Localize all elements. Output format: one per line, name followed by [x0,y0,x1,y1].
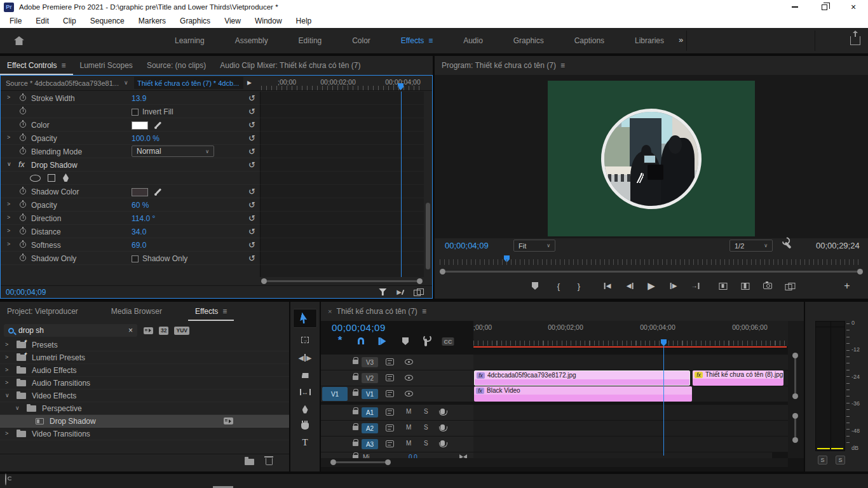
track-lane-v2[interactable]: fx4dcbcada05f9caa793e8172.jpg fxThiết kế… [473,370,788,386]
tree-row-lumetri-presets[interactable]: > ★ Lumetri Presets [0,351,289,364]
collapse-icon[interactable]: ∨ [15,405,20,411]
type-tool[interactable]: T [290,434,320,451]
go-to-out-button[interactable]: → [691,276,700,296]
scrollbar-handle[interactable] [792,437,798,443]
stopwatch-icon[interactable] [20,201,26,208]
workspace-tab-libraries[interactable]: Libraries [635,36,664,45]
panel-menu-icon[interactable]: ≡ [560,61,565,70]
stopwatch-icon[interactable] [20,241,26,248]
fill-color-swatch[interactable] [132,121,148,130]
menu-view[interactable]: View [217,17,248,25]
eyedropper-icon[interactable] [154,187,163,196]
workspace-tab-graphics[interactable]: Graphics [513,36,544,45]
captions-icon[interactable]: CC [442,337,454,346]
tree-row-video-effects[interactable]: ∨ Video Effects [0,390,289,402]
selection-tool[interactable] [290,310,320,327]
expander-icon[interactable]: > [5,367,8,373]
reset-parameter-icon[interactable]: ↺ [248,93,255,103]
mute-button[interactable]: M [406,424,411,431]
expander-icon[interactable]: > [7,241,10,247]
workspace-tab-effects[interactable]: Effects≡ [401,36,433,45]
minimize-button[interactable] [780,0,810,14]
tab-effect-controls[interactable]: Effect Controls≡ [0,56,73,75]
clip-thiet-ke-8-jpg[interactable]: fxThiết kế chưa có tên (8).jpg [693,370,783,386]
expander-icon[interactable]: > [5,341,8,348]
property-value[interactable]: 69.0 [132,241,146,250]
tree-label[interactable]: Video Effects [32,391,76,400]
tab-audio-clip-mixer[interactable]: Audio Clip Mixer: Thiết kế chưa có tên (… [213,56,367,75]
lock-icon[interactable] [353,391,358,396]
export-frame-icon[interactable] [414,288,423,295]
expander-icon[interactable]: > [7,94,10,100]
tree-row-perspective[interactable]: ∨ Perspective [0,402,289,415]
snap-magnet-icon[interactable] [358,337,364,344]
property-value[interactable]: 60 % [132,201,149,210]
stopwatch-icon[interactable] [20,148,26,154]
step-back-button[interactable]: ◀ [627,276,634,296]
mute-button[interactable]: M [406,440,411,447]
track-select-forward-tool[interactable]: → [290,332,320,348]
pen-mask-icon[interactable] [63,173,69,182]
property-value[interactable]: 34.0 [132,227,146,236]
playback-resolution-select[interactable]: 1/2∨ [729,240,773,252]
track-name-badge[interactable]: V2 [362,373,378,383]
menu-clip[interactable]: Clip [56,17,83,25]
rectangle-mask-icon[interactable] [48,174,55,182]
lock-icon[interactable] [353,376,358,380]
scrollbar-handle[interactable] [792,393,798,399]
clip-black-video[interactable]: fxBlack Video [474,386,692,402]
fx-icon[interactable]: fx [18,160,25,169]
track-lane-a3[interactable] [473,437,788,452]
stopwatch-icon[interactable] [20,228,26,234]
reset-parameter-icon[interactable]: ↺ [248,133,255,143]
stopwatch-icon[interactable] [20,121,26,128]
tree-label[interactable]: Lumetri Presets [32,353,85,362]
sync-lock-icon[interactable] [386,374,394,381]
scrollbar-handle[interactable] [330,459,336,465]
program-scrollbar[interactable] [438,268,864,275]
menu-graphics[interactable]: Graphics [173,17,217,25]
export-share-icon[interactable] [850,36,860,45]
timeline-settings-icon[interactable] [424,339,427,346]
tree-row-audio-effects[interactable]: > Audio Effects [0,364,289,377]
track-output-eye-icon[interactable] [405,391,413,396]
ec-horizontal-scrollbar[interactable] [260,277,424,285]
add-marker-icon[interactable] [402,337,409,345]
tree-label[interactable]: Drop Shadow [50,417,96,426]
reset-parameter-icon[interactable]: ↺ [248,254,255,263]
timeline-timecode[interactable]: 00;00;04;09 [332,322,386,333]
ec-playhead-head[interactable] [398,83,403,90]
next-clip-icon[interactable]: ▶ [247,79,252,86]
tree-row-video-transitions[interactable]: > Video Transitions [0,428,289,440]
chevron-down-icon[interactable]: ∨ [124,79,128,86]
shadow-color-swatch[interactable] [132,188,148,196]
yuv-filter-badge[interactable]: YUV [174,327,189,335]
reset-parameter-icon[interactable]: ↺ [248,240,255,250]
sync-lock-icon[interactable] [386,358,394,365]
workspace-tab-learning[interactable]: Learning [175,36,205,45]
expander-icon[interactable]: > [5,354,8,360]
solo-right-button[interactable]: S [836,456,845,464]
zoom-level-select[interactable]: Fit∨ [513,240,555,252]
track-lane-v3[interactable] [473,355,788,370]
close-sequence-icon[interactable]: × [328,308,332,315]
scrollbar-track[interactable] [267,280,417,282]
panel-menu-icon[interactable]: ≡ [61,61,65,70]
scrollbar-handle[interactable] [417,278,423,284]
tab-media-browser[interactable]: Media Browser [104,302,169,321]
new-bin-icon[interactable] [245,459,254,465]
property-value[interactable]: 13.9 [132,94,146,103]
tree-label[interactable]: Perspective [42,404,82,413]
filter-properties-icon[interactable] [379,288,386,295]
stopwatch-icon[interactable] [20,135,26,141]
menu-file[interactable]: File [3,17,29,25]
scrollbar-handle[interactable] [857,269,863,274]
timeline-horizontal-scrollbar[interactable] [321,458,788,467]
track-lane-a1[interactable] [473,405,788,420]
insert-overwrite-icon[interactable]: * [338,337,342,344]
tab-effects[interactable]: Effects≡ [188,302,234,321]
scrollbar-handle[interactable] [792,413,798,419]
reset-parameter-icon[interactable]: ↺ [248,147,255,156]
stopwatch-icon[interactable] [20,255,26,261]
source-patch-v1[interactable]: V1 [322,387,348,401]
